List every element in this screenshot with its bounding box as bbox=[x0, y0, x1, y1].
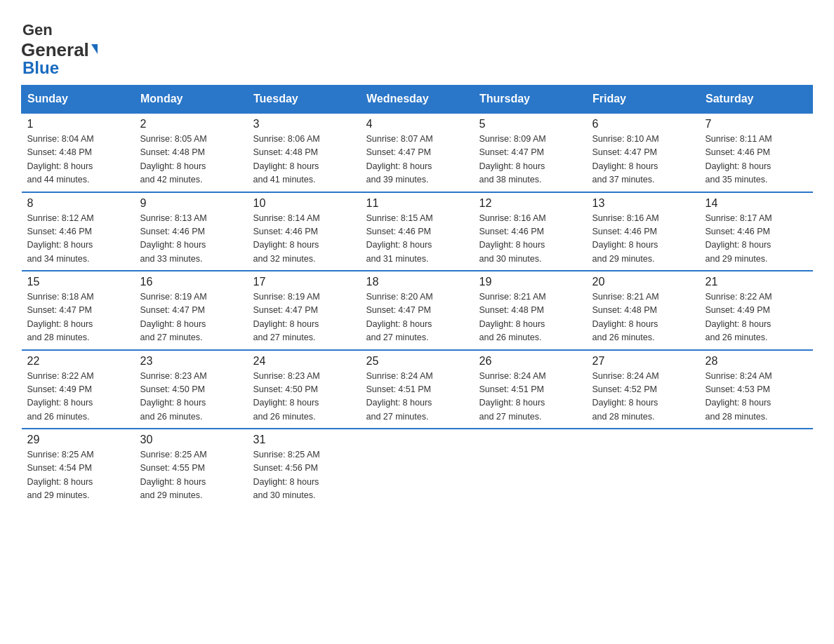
day-info: Sunrise: 8:25 AM Sunset: 4:56 PM Dayligh… bbox=[253, 448, 355, 503]
day-number: 9 bbox=[140, 197, 242, 210]
day-number: 30 bbox=[140, 434, 242, 446]
calendar-cell: 11 Sunrise: 8:15 AM Sunset: 4:46 PM Dayl… bbox=[361, 192, 474, 271]
day-number: 15 bbox=[27, 276, 129, 288]
day-info: Sunrise: 8:24 AM Sunset: 4:51 PM Dayligh… bbox=[479, 370, 581, 424]
day-info: Sunrise: 8:24 AM Sunset: 4:53 PM Dayligh… bbox=[706, 370, 807, 424]
calendar-cell bbox=[361, 429, 474, 507]
day-info: Sunrise: 8:10 AM Sunset: 4:47 PM Dayligh… bbox=[593, 133, 694, 187]
calendar-cell: 6 Sunrise: 8:10 AM Sunset: 4:47 PM Dayli… bbox=[587, 113, 700, 192]
header-friday: Friday bbox=[587, 86, 700, 114]
day-info: Sunrise: 8:19 AM Sunset: 4:47 PM Dayligh… bbox=[253, 290, 355, 345]
day-number: 19 bbox=[479, 276, 581, 288]
day-number: 23 bbox=[140, 355, 242, 368]
day-number: 31 bbox=[253, 434, 355, 446]
calendar-cell: 3 Sunrise: 8:06 AM Sunset: 4:48 PM Dayli… bbox=[248, 113, 361, 192]
logo-icon: General bbox=[21, 14, 52, 45]
day-number: 28 bbox=[706, 355, 807, 368]
day-info: Sunrise: 8:17 AM Sunset: 4:46 PM Dayligh… bbox=[706, 212, 807, 267]
day-info: Sunrise: 8:13 AM Sunset: 4:46 PM Dayligh… bbox=[140, 212, 242, 267]
day-number: 21 bbox=[706, 276, 807, 288]
day-number: 27 bbox=[593, 355, 694, 368]
header-saturday: Saturday bbox=[700, 86, 813, 114]
logo-blue-text: Blue bbox=[21, 58, 59, 78]
week-row-2: 8 Sunrise: 8:12 AM Sunset: 4:46 PM Dayli… bbox=[22, 192, 813, 271]
day-number: 17 bbox=[253, 276, 355, 288]
day-info: Sunrise: 8:25 AM Sunset: 4:54 PM Dayligh… bbox=[27, 448, 129, 503]
day-number: 3 bbox=[253, 118, 355, 130]
day-number: 5 bbox=[479, 118, 581, 130]
calendar-cell: 25 Sunrise: 8:24 AM Sunset: 4:51 PM Dayl… bbox=[361, 350, 474, 429]
calendar-cell: 1 Sunrise: 8:04 AM Sunset: 4:48 PM Dayli… bbox=[22, 113, 135, 192]
week-row-3: 15 Sunrise: 8:18 AM Sunset: 4:47 PM Dayl… bbox=[22, 271, 813, 350]
day-number: 25 bbox=[366, 355, 468, 368]
day-number: 22 bbox=[27, 355, 129, 368]
day-number: 13 bbox=[593, 197, 694, 210]
calendar-cell: 20 Sunrise: 8:21 AM Sunset: 4:48 PM Dayl… bbox=[587, 271, 700, 350]
calendar-cell bbox=[700, 429, 813, 507]
calendar-cell: 9 Sunrise: 8:13 AM Sunset: 4:46 PM Dayli… bbox=[135, 192, 248, 271]
day-info: Sunrise: 8:11 AM Sunset: 4:46 PM Dayligh… bbox=[706, 133, 807, 187]
day-number: 16 bbox=[140, 276, 242, 288]
week-row-4: 22 Sunrise: 8:22 AM Sunset: 4:49 PM Dayl… bbox=[22, 350, 813, 429]
header-thursday: Thursday bbox=[474, 86, 587, 114]
day-info: Sunrise: 8:04 AM Sunset: 4:48 PM Dayligh… bbox=[27, 133, 129, 187]
week-row-1: 1 Sunrise: 8:04 AM Sunset: 4:48 PM Dayli… bbox=[22, 113, 813, 192]
day-info: Sunrise: 8:19 AM Sunset: 4:47 PM Dayligh… bbox=[140, 290, 242, 345]
day-info: Sunrise: 8:22 AM Sunset: 4:49 PM Dayligh… bbox=[706, 290, 807, 345]
day-info: Sunrise: 8:06 AM Sunset: 4:48 PM Dayligh… bbox=[253, 133, 355, 187]
day-number: 1 bbox=[27, 118, 129, 130]
calendar-cell: 16 Sunrise: 8:19 AM Sunset: 4:47 PM Dayl… bbox=[135, 271, 248, 350]
day-number: 29 bbox=[27, 434, 129, 446]
day-info: Sunrise: 8:18 AM Sunset: 4:47 PM Dayligh… bbox=[27, 290, 129, 345]
day-info: Sunrise: 8:25 AM Sunset: 4:55 PM Dayligh… bbox=[140, 448, 242, 503]
page-header: General General Blue bbox=[21, 14, 813, 78]
svg-text:General: General bbox=[22, 21, 52, 39]
day-info: Sunrise: 8:21 AM Sunset: 4:48 PM Dayligh… bbox=[593, 290, 694, 345]
calendar-cell: 31 Sunrise: 8:25 AM Sunset: 4:56 PM Dayl… bbox=[248, 429, 361, 507]
calendar-cell: 12 Sunrise: 8:16 AM Sunset: 4:46 PM Dayl… bbox=[474, 192, 587, 271]
day-number: 6 bbox=[593, 118, 694, 130]
day-info: Sunrise: 8:16 AM Sunset: 4:46 PM Dayligh… bbox=[479, 212, 581, 267]
day-number: 11 bbox=[366, 197, 468, 210]
calendar-table: Sunday Monday Tuesday Wednesday Thursday… bbox=[21, 85, 813, 507]
day-info: Sunrise: 8:15 AM Sunset: 4:46 PM Dayligh… bbox=[366, 212, 468, 267]
calendar-cell: 18 Sunrise: 8:20 AM Sunset: 4:47 PM Dayl… bbox=[361, 271, 474, 350]
calendar-cell: 26 Sunrise: 8:24 AM Sunset: 4:51 PM Dayl… bbox=[474, 350, 587, 429]
header-tuesday: Tuesday bbox=[248, 86, 361, 114]
day-number: 4 bbox=[366, 118, 468, 130]
day-number: 12 bbox=[479, 197, 581, 210]
calendar-header-row: Sunday Monday Tuesday Wednesday Thursday… bbox=[22, 86, 813, 114]
calendar-cell: 10 Sunrise: 8:14 AM Sunset: 4:46 PM Dayl… bbox=[248, 192, 361, 271]
day-number: 24 bbox=[253, 355, 355, 368]
day-number: 18 bbox=[366, 276, 468, 288]
calendar-cell: 30 Sunrise: 8:25 AM Sunset: 4:55 PM Dayl… bbox=[135, 429, 248, 507]
calendar-cell: 24 Sunrise: 8:23 AM Sunset: 4:50 PM Dayl… bbox=[248, 350, 361, 429]
calendar-cell: 7 Sunrise: 8:11 AM Sunset: 4:46 PM Dayli… bbox=[700, 113, 813, 192]
week-row-5: 29 Sunrise: 8:25 AM Sunset: 4:54 PM Dayl… bbox=[22, 429, 813, 507]
calendar-cell: 19 Sunrise: 8:21 AM Sunset: 4:48 PM Dayl… bbox=[474, 271, 587, 350]
day-info: Sunrise: 8:22 AM Sunset: 4:49 PM Dayligh… bbox=[27, 370, 129, 424]
calendar-cell: 5 Sunrise: 8:09 AM Sunset: 4:47 PM Dayli… bbox=[474, 113, 587, 192]
header-sunday: Sunday bbox=[22, 86, 135, 114]
calendar-cell: 14 Sunrise: 8:17 AM Sunset: 4:46 PM Dayl… bbox=[700, 192, 813, 271]
calendar-cell: 22 Sunrise: 8:22 AM Sunset: 4:49 PM Dayl… bbox=[22, 350, 135, 429]
header-monday: Monday bbox=[135, 86, 248, 114]
day-number: 2 bbox=[140, 118, 242, 130]
calendar-cell: 23 Sunrise: 8:23 AM Sunset: 4:50 PM Dayl… bbox=[135, 350, 248, 429]
header-wednesday: Wednesday bbox=[361, 86, 474, 114]
day-info: Sunrise: 8:05 AM Sunset: 4:48 PM Dayligh… bbox=[140, 133, 242, 187]
calendar-cell: 17 Sunrise: 8:19 AM Sunset: 4:47 PM Dayl… bbox=[248, 271, 361, 350]
day-info: Sunrise: 8:23 AM Sunset: 4:50 PM Dayligh… bbox=[253, 370, 355, 424]
calendar-cell: 15 Sunrise: 8:18 AM Sunset: 4:47 PM Dayl… bbox=[22, 271, 135, 350]
day-info: Sunrise: 8:21 AM Sunset: 4:48 PM Dayligh… bbox=[479, 290, 581, 345]
day-info: Sunrise: 8:12 AM Sunset: 4:46 PM Dayligh… bbox=[27, 212, 129, 267]
day-number: 14 bbox=[706, 197, 807, 210]
day-number: 20 bbox=[593, 276, 694, 288]
day-info: Sunrise: 8:24 AM Sunset: 4:51 PM Dayligh… bbox=[366, 370, 468, 424]
logo: General General Blue bbox=[21, 14, 98, 78]
calendar-cell: 4 Sunrise: 8:07 AM Sunset: 4:47 PM Dayli… bbox=[361, 113, 474, 192]
calendar-cell bbox=[474, 429, 587, 507]
calendar-cell bbox=[587, 429, 700, 507]
calendar-cell: 2 Sunrise: 8:05 AM Sunset: 4:48 PM Dayli… bbox=[135, 113, 248, 192]
day-info: Sunrise: 8:16 AM Sunset: 4:46 PM Dayligh… bbox=[593, 212, 694, 267]
